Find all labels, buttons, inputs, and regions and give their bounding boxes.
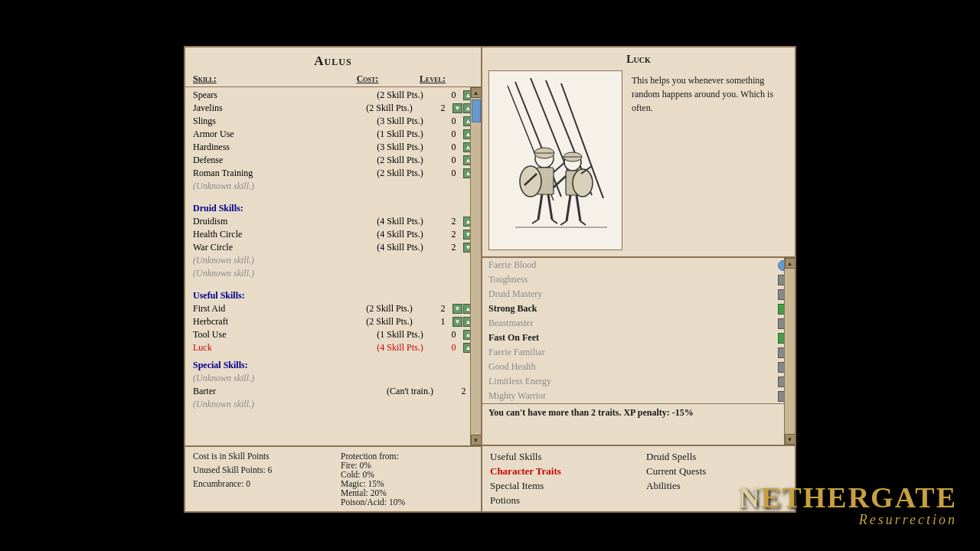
trait-row-mighty-warrior[interactable]: Mighty Warrior: [482, 389, 795, 403]
nav-current-quests[interactable]: Current Quests: [646, 465, 787, 478]
mental-protection: Mental: 20%: [341, 488, 473, 497]
skill-row-luck: Luck (4 Skill Pts.) 0 ▲: [185, 341, 481, 354]
trait-row-fast-on-feet[interactable]: Fast On Feet: [482, 331, 795, 345]
traits-scroll-down-button[interactable]: ▼: [785, 434, 795, 445]
game-logo: NETHERGATE Resurrection: [739, 483, 957, 528]
skill-row: Defense (2 Skill Pts.) 0 ▲: [185, 154, 481, 167]
svg-point-10: [520, 166, 541, 197]
skill-row: Armor Use (1 Skill Pts.) 0 ▲: [185, 128, 481, 141]
info-box: Luck: [482, 47, 795, 258]
logo-n: N: [739, 481, 761, 514]
fire-protection: Fire: 0%: [341, 461, 473, 470]
scroll-thumb[interactable]: [472, 99, 481, 122]
left-bottom-info: Cost is in Skill Points Unused Skill Poi…: [185, 445, 481, 511]
scroll-up-button[interactable]: ▲: [471, 87, 482, 98]
skill-category-druid: Druid Skills:: [185, 202, 481, 215]
header-skill: Skill:: [193, 73, 322, 85]
nav-useful-skills[interactable]: Useful Skills: [490, 451, 631, 463]
skill-row-unknown: (Unknown skill.): [185, 398, 481, 411]
skill-row-unknown: (Unknown skill.): [185, 254, 481, 267]
cost-note: Cost is in Skill Points: [193, 452, 325, 461]
nav-special-items[interactable]: Special Items: [490, 480, 631, 492]
skill-illustration: [488, 70, 622, 250]
nav-potions[interactable]: Potions: [490, 494, 631, 507]
skill-down-btn[interactable]: ▼: [452, 317, 462, 327]
encumbrance: Encumbrance: 0: [193, 479, 325, 488]
cold-protection: Cold: 0%: [341, 470, 473, 479]
trait-row-druid-mastery[interactable]: Druid Mastery: [482, 287, 795, 302]
trait-row-faerie-familiar[interactable]: Faerie Familiar: [482, 345, 795, 360]
trait-row-strong-back[interactable]: Strong Back: [482, 302, 795, 316]
skill-row: Spears (2 Skill Pts.) 0 ▲: [185, 89, 481, 102]
skill-row: Barter (Can't train.) 2: [185, 385, 481, 398]
skill-row: Health Circle (4 Skill Pts.) 2 ▼: [185, 228, 481, 241]
skill-row-unknown: (Unknown skill.): [185, 372, 481, 385]
header-level: Level:: [413, 73, 452, 85]
logo-ethergate: ETHERGATE: [761, 481, 957, 514]
scroll-down-button[interactable]: ▼: [471, 435, 482, 445]
poison-protection: Poison/Acid: 10%: [341, 497, 473, 507]
nav-character-traits[interactable]: Character Traits: [490, 465, 631, 478]
left-panel: Aulus Skill: Cost: Level: Spears (2 Skil…: [184, 46, 482, 513]
skill-row: Druidism (4 Skill Pts.) 2 ▲: [185, 215, 481, 228]
svg-rect-0: [492, 74, 619, 246]
trait-row-beastmaster[interactable]: Beastmaster: [482, 316, 795, 331]
skill-row-unknown: (Unknown skill.): [185, 180, 481, 193]
magic-protection: Magic: 15%: [341, 479, 473, 488]
unused-pts: Unused Skill Points: 6: [193, 465, 325, 474]
skills-list: Spears (2 Skill Pts.) 0 ▲ Javelins (2 Sk…: [185, 87, 481, 412]
logo-resurrection: Resurrection: [739, 512, 957, 528]
info-description: This helps you whenever something random…: [629, 70, 789, 250]
skill-row: Slings (3 Skill Pts.) 0 ▲: [185, 115, 481, 128]
skill-category-useful: Useful Skills:: [185, 289, 481, 302]
trait-row-limitless-energy[interactable]: Limitless Energy: [482, 374, 795, 389]
traits-panel: Faerie Blood Toughness Druid Mastery Str…: [482, 258, 795, 445]
skill-down-btn[interactable]: ▼: [452, 304, 462, 314]
right-panel: Luck: [482, 46, 796, 513]
skill-row: Roman Training (2 Skill Pts.) 0 ▲: [185, 167, 481, 180]
skill-row: Javelins (2 Skill Pts.) 2 ▼ ▲: [185, 102, 481, 115]
trait-row-good-health[interactable]: Good Health: [482, 360, 795, 374]
skills-scroll-area: Spears (2 Skill Pts.) 0 ▲ Javelins (2 Sk…: [185, 87, 481, 445]
penalty-text: You can't have more than 2 traits. XP pe…: [482, 403, 795, 422]
info-content: This helps you whenever something random…: [488, 70, 789, 250]
character-name: Aulus: [185, 47, 481, 72]
skill-row: War Circle (4 Skill Pts.) 2 ▼: [185, 241, 481, 254]
skill-row: Herbcraft (2 Skill Pts.) 1 ▼ ▲: [185, 315, 481, 328]
info-title: Luck: [488, 54, 789, 66]
skill-row: First Aid (2 Skill Pts.) 2 ▼ ▲: [185, 302, 481, 315]
skills-header: Skill: Cost: Level:: [185, 72, 481, 87]
skill-row-unknown: (Unknown skill.): [185, 267, 481, 280]
trait-row-toughness[interactable]: Toughness: [482, 272, 795, 287]
soldiers-svg: [492, 74, 619, 246]
header-cost: Cost:: [322, 73, 413, 85]
skill-category-special: Special Skills:: [185, 359, 481, 372]
skill-down-btn[interactable]: ▼: [452, 103, 462, 113]
traits-list: Faerie Blood Toughness Druid Mastery Str…: [482, 258, 795, 403]
skill-row: Tool Use (1 Skill Pts.) 0 ▲: [185, 328, 481, 341]
scrollbar: ▲ ▼: [470, 87, 481, 445]
protection-label: Protection from:: [341, 452, 473, 461]
trait-row-faerie-blood[interactable]: Faerie Blood: [482, 258, 795, 272]
skill-row: Hardiness (3 Skill Pts.) 0 ▲: [185, 141, 481, 154]
traits-scroll-up-button[interactable]: ▲: [785, 258, 795, 269]
nav-druid-spells[interactable]: Druid Spells: [646, 451, 787, 463]
traits-scrollbar: ▲ ▼: [784, 258, 795, 445]
